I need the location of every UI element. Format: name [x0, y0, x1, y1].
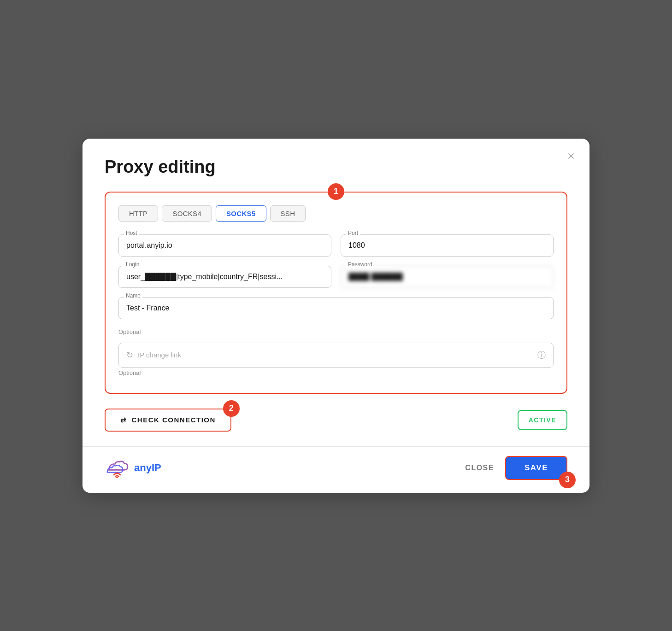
port-field-group: Port: [341, 234, 554, 257]
modal-title: Proxy editing: [105, 157, 567, 177]
active-button[interactable]: ACTIVE: [518, 410, 567, 430]
host-label: Host: [124, 230, 139, 236]
name-optional-label: Optional: [118, 328, 554, 335]
form-section-wrapper: 1 HTTP SOCKS4 SOCKS5 SSH Host Port: [105, 192, 567, 394]
tab-socks5[interactable]: SOCKS5: [216, 205, 266, 222]
footer: anyIP CLOSE 3 SAVE: [105, 447, 567, 493]
save-button[interactable]: SAVE: [505, 456, 567, 480]
logo-text: anyIP: [134, 462, 161, 474]
step-badge-2: 2: [223, 400, 240, 417]
password-field-group: Password: [341, 266, 554, 288]
login-field-group: Login: [118, 266, 331, 288]
host-input[interactable]: [118, 234, 331, 257]
refresh-icon: ↻: [126, 350, 133, 360]
anyip-logo-icon: [105, 458, 130, 478]
arrows-icon: ⇄: [120, 416, 127, 424]
step-badge-3: 3: [559, 472, 576, 488]
name-input[interactable]: [118, 297, 554, 319]
login-label: Login: [124, 261, 141, 268]
info-icon[interactable]: ⓘ: [537, 350, 546, 361]
ip-change-optional-label: Optional: [118, 369, 554, 376]
action-row: 2 ⇄ CHECK CONNECTION ACTIVE: [105, 409, 567, 432]
port-label: Port: [346, 230, 360, 236]
logo: anyIP: [105, 458, 161, 478]
footer-actions: CLOSE 3 SAVE: [465, 456, 567, 480]
tab-ssh[interactable]: SSH: [270, 205, 306, 222]
footer-close-button[interactable]: CLOSE: [465, 464, 494, 472]
name-field-group: Name: [118, 297, 554, 319]
port-input[interactable]: [341, 234, 554, 257]
login-input[interactable]: [118, 266, 331, 288]
login-password-row: Login Password: [118, 266, 554, 288]
save-button-wrapper: 3 SAVE: [505, 456, 567, 480]
step-badge-1: 1: [328, 183, 344, 200]
form-section: HTTP SOCKS4 SOCKS5 SSH Host Port Lo: [105, 192, 567, 394]
check-connection-label: CHECK CONNECTION: [132, 416, 216, 424]
proxy-editing-modal: × Proxy editing 1 HTTP SOCKS4 SOCKS5 SSH…: [83, 139, 589, 493]
password-label: Password: [346, 261, 374, 268]
close-icon-button[interactable]: ×: [567, 150, 575, 163]
password-input[interactable]: [341, 266, 554, 288]
name-row: Name: [118, 297, 554, 319]
tab-socks4[interactable]: SOCKS4: [162, 205, 212, 222]
name-label: Name: [124, 292, 142, 299]
check-connection-button[interactable]: ⇄ CHECK CONNECTION: [105, 409, 231, 432]
host-field-group: Host: [118, 234, 331, 257]
tab-group: HTTP SOCKS4 SOCKS5 SSH: [118, 205, 554, 222]
ip-change-placeholder: IP change link: [138, 351, 533, 359]
check-connection-wrapper: 2 ⇄ CHECK CONNECTION: [105, 409, 231, 432]
ip-change-link-field: ↻ IP change link ⓘ: [118, 343, 554, 368]
tab-http[interactable]: HTTP: [118, 205, 158, 222]
svg-point-0: [116, 476, 118, 478]
host-port-row: Host Port: [118, 234, 554, 257]
